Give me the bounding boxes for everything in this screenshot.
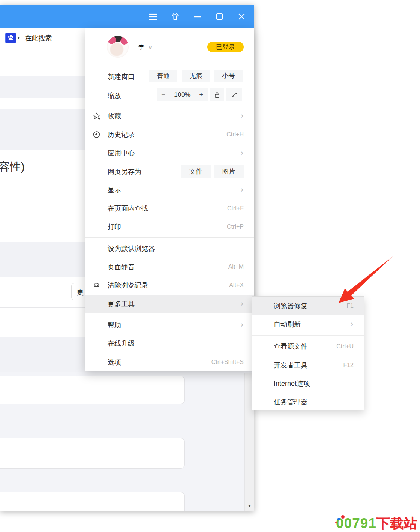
menu-item-app-center[interactable]: 应用中心 › [85,144,254,162]
scrollbar-down-arrow-icon[interactable]: ▼ [245,504,254,508]
zoom-label: 缩放 [108,91,121,100]
submenu-item-auto-refresh[interactable]: 自动刷新 › [252,315,364,333]
user-avatar[interactable] [107,36,129,58]
menu-item-online-upgrade[interactable]: 在线升级 [85,334,254,353]
site-watermark-logo: 00791下载站 [336,514,417,532]
chevron-right-icon: › [241,186,244,194]
page-input-box[interactable] [0,376,184,404]
menu-divider [85,237,254,238]
menu-item-mute-page[interactable]: 页面静音 Alt+M [85,258,254,276]
menu-item-history[interactable]: 历史记录 Ctrl+H [85,125,254,144]
skin-shirt-icon[interactable] [171,13,179,21]
page-input-box[interactable] [0,492,184,511]
maximize-button[interactable] [215,13,224,21]
new-window-label: 新建窗口 [108,72,135,81]
zoom-out-button[interactable]: − [161,91,165,99]
close-button[interactable] [237,13,246,21]
baidu-paw-icon[interactable] [5,33,16,43]
submenu-item-task-manager[interactable]: 任务管理器 [252,393,364,411]
menu-item-clear-history[interactable]: 清除浏览记录 Alt+X [85,276,254,295]
new-window-incognito-button[interactable]: 无痕 [182,70,210,82]
shortcut-label: F12 [343,362,354,369]
menu-item-print[interactable]: 打印 Ctrl+P [85,218,254,236]
submenu-item-internet-options[interactable]: Internet选项 [252,374,364,393]
search-engine-caret-icon[interactable]: ▾ [18,36,20,40]
chevron-right-icon: › [241,149,244,157]
page-partial-text: 容性) [0,159,25,175]
menu-spacer [85,313,254,316]
chevron-right-icon: › [241,321,244,329]
new-window-normal-button[interactable]: 普通 [149,70,177,82]
chevron-right-icon: › [351,320,354,328]
logo-red-text: 下载站 [376,516,417,531]
titlebar [0,5,254,28]
menu-item-display[interactable]: 显示 › [85,181,254,199]
zoom-lock-button[interactable] [210,88,224,101]
chevron-right-icon: › [241,112,244,120]
submenu-item-developer-tools[interactable]: 开发者工具 F12 [252,356,364,374]
menu-list: 收藏 › 历史记录 Ctrl+H 应用中心 › 网页另存为 文件 图片 显示 › [85,107,254,371]
menu-item-favorites[interactable]: 收藏 › [85,107,254,125]
more-tools-submenu: 浏览器修复 F1 自动刷新 › 查看源文件 Ctrl+U 开发者工具 F12 I… [252,296,364,410]
login-status-badge[interactable]: 已登录 [207,42,244,52]
star-plus-icon [93,112,100,120]
search-placeholder-text: 在此搜索 [25,34,52,43]
menu-item-more-tools[interactable]: 更多工具 › [85,295,254,313]
main-menu-icon[interactable] [149,13,157,21]
chevron-right-icon: › [241,300,244,308]
menu-item-find-in-page[interactable]: 在页面内查找 Ctrl+F [85,199,254,217]
shortcut-label: Ctrl+H [226,131,244,138]
shortcut-label: Alt+M [228,264,244,270]
clean-brush-icon [93,282,100,289]
minimize-button[interactable] [193,13,201,21]
fullscreen-button[interactable] [226,88,242,101]
zoom-in-button[interactable]: + [199,91,203,99]
menu-item-help[interactable]: 帮助 › [85,316,254,334]
nickname-caret-icon[interactable]: ∨ [148,44,152,51]
save-as-image-button[interactable]: 图片 [214,165,244,178]
shortcut-label: Ctrl+Shift+S [212,359,244,366]
shortcut-label: F1 [346,303,354,309]
menu-item-set-default-browser[interactable]: 设为默认浏览器 [85,239,254,258]
zoom-control: − 100% + [157,88,208,101]
menu-item-save-page-as[interactable]: 网页另存为 文件 图片 [85,162,254,181]
shortcut-label: Ctrl+F [227,205,244,212]
zoom-value: 100% [174,91,190,99]
save-as-file-button[interactable]: 文件 [181,165,211,178]
new-window-alt-button[interactable]: 小号 [214,70,243,82]
submenu-divider [252,335,364,336]
submenu-item-view-source[interactable]: 查看源文件 Ctrl+U [252,337,364,356]
page-input-box[interactable] [0,438,184,469]
menu-item-options[interactable]: 选项 Ctrl+Shift+S [85,353,254,371]
shortcut-label: Ctrl+P [227,223,244,230]
shortcut-label: Ctrl+U [336,343,354,350]
submenu-item-browser-repair[interactable]: 浏览器修复 F1 [252,297,364,315]
clock-icon [93,130,100,138]
shortcut-label: Alt+X [229,282,244,289]
user-nickname[interactable]: ☂ [138,43,145,52]
browser-main-menu: ☂ ∨ 已登录 新建窗口 普通 无痕 小号 缩放 − 100% + 收藏 › 历… [85,28,254,371]
